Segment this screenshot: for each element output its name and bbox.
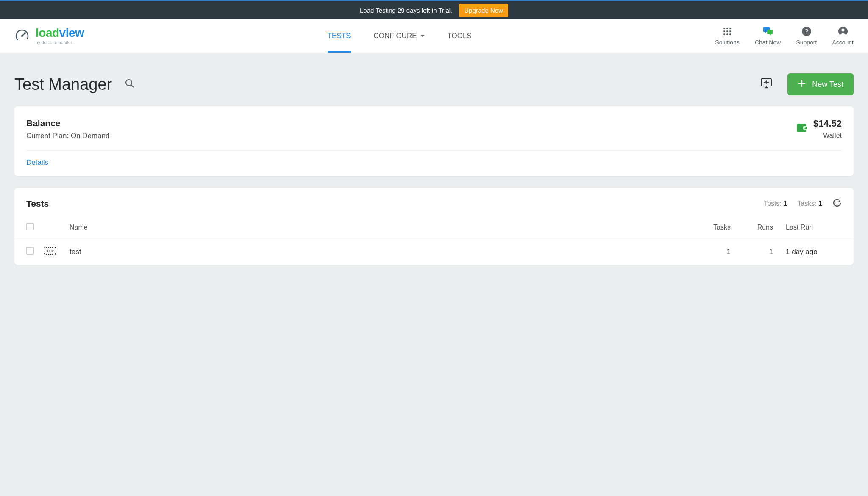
svg-point-19	[126, 80, 132, 86]
nav-solutions[interactable]: Solutions	[715, 26, 740, 46]
tests-table: Name Tasks Runs Last Run HTTP	[14, 217, 854, 265]
nav-account-label: Account	[832, 39, 854, 46]
logo[interactable]: loadview by dotcom-monitor	[14, 19, 84, 53]
nav-right: Solutions Chat Now ? Support	[715, 19, 854, 53]
tests-title: Tests	[26, 199, 49, 209]
svg-point-18	[841, 29, 844, 32]
new-test-button[interactable]: New Test	[787, 73, 854, 95]
svg-point-7	[723, 30, 725, 32]
svg-point-4	[723, 28, 725, 29]
svg-point-12	[729, 33, 731, 35]
row-name: test	[70, 238, 697, 266]
svg-rect-14	[767, 30, 773, 34]
new-test-label: New Test	[812, 80, 843, 89]
col-runs-header[interactable]: Runs	[743, 217, 786, 238]
svg-line-20	[131, 85, 134, 88]
nav-tab-tests[interactable]: TESTS	[328, 19, 351, 53]
tasks-count: Tasks: 1	[797, 200, 822, 208]
wallet-icon	[796, 123, 807, 135]
search-icon[interactable]	[125, 78, 135, 90]
table-row[interactable]: HTTP test 1 1 1 day ago	[14, 238, 854, 266]
svg-point-6	[729, 28, 731, 29]
apps-grid-icon	[722, 26, 732, 36]
row-checkbox[interactable]	[26, 247, 34, 255]
row-lastrun: 1 day ago	[786, 238, 854, 266]
nav-tab-configure[interactable]: CONFIGURE	[374, 19, 425, 53]
svg-point-10	[723, 33, 725, 35]
svg-point-11	[726, 33, 728, 35]
nav-tab-configure-label: CONFIGURE	[374, 32, 417, 40]
top-nav: loadview by dotcom-monitor TESTS CONFIGU…	[0, 19, 868, 53]
nav-support[interactable]: ? Support	[796, 26, 817, 46]
logo-text-view: view	[59, 26, 84, 39]
page-header: Test Manager New Test	[0, 53, 868, 106]
col-name-header[interactable]: Name	[70, 217, 697, 238]
nav-tab-tools-label: TOOLS	[448, 32, 472, 40]
balance-title: Balance	[26, 118, 110, 128]
select-all-checkbox[interactable]	[26, 223, 34, 230]
svg-point-9	[729, 30, 731, 32]
logo-subtitle: by dotcom-monitor	[36, 41, 84, 45]
nav-tab-tools[interactable]: TOOLS	[448, 19, 472, 53]
tests-count: Tests: 1	[764, 200, 787, 208]
balance-details-link[interactable]: Details	[26, 158, 48, 166]
svg-text:?: ?	[804, 28, 808, 35]
divider	[26, 150, 842, 151]
plus-icon	[798, 79, 806, 89]
trial-banner: Load Testing 29 days left in Trial. Upgr…	[0, 0, 868, 19]
refresh-icon[interactable]	[832, 198, 842, 209]
chat-icon	[763, 26, 773, 36]
balance-amount: $14.52	[813, 118, 842, 129]
balance-wallet-label: Wallet	[823, 132, 842, 139]
trial-banner-text: Load Testing 29 days left in Trial.	[360, 7, 452, 14]
nav-support-label: Support	[796, 39, 817, 46]
monitor-icon[interactable]	[760, 78, 772, 91]
nav-chat-now[interactable]: Chat Now	[755, 26, 781, 46]
tests-card: Tests Tests: 1 Tasks: 1 Name	[14, 188, 854, 265]
http-icon: HTTP	[44, 246, 56, 255]
nav-center: TESTS CONFIGURE TOOLS	[84, 19, 715, 53]
logo-text-load: load	[36, 26, 59, 39]
row-runs: 1	[743, 238, 786, 266]
table-header-row: Name Tasks Runs Last Run	[14, 217, 854, 238]
help-icon: ?	[801, 26, 812, 36]
gauge-icon	[14, 28, 30, 44]
nav-solutions-label: Solutions	[715, 39, 740, 46]
balance-card: Balance Current Plan: On Demand $14.52 W…	[14, 106, 854, 176]
caret-down-icon	[420, 35, 425, 37]
svg-point-3	[21, 35, 23, 37]
balance-plan: Current Plan: On Demand	[26, 132, 110, 140]
nav-tab-tests-label: TESTS	[328, 32, 351, 40]
account-icon	[838, 26, 848, 36]
svg-point-31	[804, 127, 805, 129]
svg-text:HTTP: HTTP	[46, 249, 55, 253]
upgrade-now-button[interactable]: Upgrade Now	[459, 4, 508, 17]
page-title: Test Manager	[14, 75, 112, 94]
row-tasks: 1	[697, 238, 743, 266]
col-lastrun-header[interactable]: Last Run	[786, 217, 854, 238]
nav-account[interactable]: Account	[832, 26, 854, 46]
col-tasks-header[interactable]: Tasks	[697, 217, 743, 238]
svg-point-5	[726, 28, 728, 29]
nav-chat-label: Chat Now	[755, 39, 781, 46]
svg-point-8	[726, 30, 728, 32]
